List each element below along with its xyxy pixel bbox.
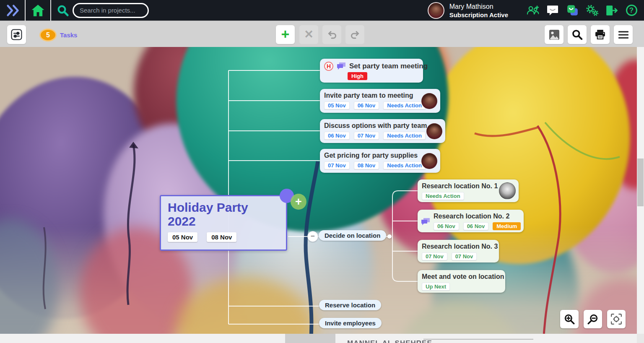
background-image-button[interactable] xyxy=(545,25,564,44)
minus-icon: − xyxy=(311,232,315,241)
messages-button[interactable] xyxy=(546,4,559,17)
task-title: Discuss options with party team xyxy=(324,122,441,130)
help-button[interactable]: ? xyxy=(625,4,638,17)
delete-node-button[interactable]: ✕ xyxy=(299,25,318,44)
person-add-icon xyxy=(526,5,540,16)
map-toolbar: 5 Tasks + ✕ xyxy=(0,21,644,47)
task-node-get-pricing[interactable]: Get pricing for party supplies 07 Nov 08… xyxy=(320,149,440,173)
task-node-research-1[interactable]: Research location No. 1 Needs Action xyxy=(418,179,519,202)
start-date-badge: 05 Nov xyxy=(324,101,350,109)
image-icon xyxy=(549,29,560,40)
end-date-badge: 08 Nov xyxy=(207,232,236,242)
task-title: Get pricing for party supplies xyxy=(324,152,436,159)
zoom-out-icon xyxy=(587,313,599,325)
search-map-button[interactable] xyxy=(568,25,587,44)
question-mark-icon: ? xyxy=(626,5,637,16)
plus-icon: + xyxy=(281,27,290,41)
end-date-badge: 08 Nov xyxy=(354,161,379,169)
user-avatar[interactable] xyxy=(428,2,444,19)
add-child-node-button[interactable]: + xyxy=(291,194,306,210)
vertical-scrollbar[interactable] xyxy=(637,47,644,334)
priority-badge: High xyxy=(348,72,367,80)
double-chevron-right-icon xyxy=(5,4,20,17)
status-badge: Needs Action xyxy=(383,132,426,140)
logout-button[interactable] xyxy=(605,4,618,17)
top-bar-right: Mary Mathison Subscription Active xyxy=(428,2,644,19)
priority-h-icon: H xyxy=(324,62,333,71)
home-button[interactable] xyxy=(26,0,50,21)
task-title: Set party team meeting xyxy=(349,62,428,70)
task-node-invite-employees[interactable]: Invite employees xyxy=(319,318,382,328)
task-node-invite-team[interactable]: Invite party team to meeting 05 Nov 06 N… xyxy=(320,89,440,113)
menu-button[interactable] xyxy=(614,25,633,44)
branch-connector-dot[interactable] xyxy=(387,234,392,239)
print-button[interactable] xyxy=(591,25,610,44)
subscription-status: Subscription Active xyxy=(449,11,508,18)
status-badge: Up Next xyxy=(422,283,450,291)
task-count-badge: 5 xyxy=(39,29,57,42)
task-title: Reserve location xyxy=(325,301,375,309)
search-icon[interactable] xyxy=(57,4,69,17)
gears-icon xyxy=(586,4,599,16)
end-date-badge: 07 Nov xyxy=(354,132,379,140)
task-node-reserve-location[interactable]: Reserve location xyxy=(319,300,381,310)
undo-button[interactable] xyxy=(322,25,341,44)
project-search xyxy=(51,0,149,21)
horizontal-scrollbar[interactable]: MANNEL AL SHEHREE xyxy=(0,334,637,343)
printer-icon xyxy=(595,29,606,40)
sidebar-expand-button[interactable] xyxy=(0,0,25,21)
integrations-icon xyxy=(566,4,579,16)
assignee-avatar xyxy=(499,182,516,199)
assignee-avatar xyxy=(421,153,437,169)
add-user-button[interactable] xyxy=(526,4,540,17)
task-node-research-2[interactable]: Research location No. 2 06 Nov 06 Nov Me… xyxy=(418,210,524,232)
task-node-discuss-options[interactable]: Discuss options with party team 06 Nov 0… xyxy=(320,119,445,143)
comments-icon xyxy=(337,62,346,70)
zoom-out-button[interactable] xyxy=(584,310,602,328)
task-node-decide-location[interactable]: Decide on location xyxy=(319,230,386,241)
root-title: Holiday Party 2022 xyxy=(168,200,279,228)
integrations-button[interactable] xyxy=(566,4,579,17)
task-title: Research location No. 2 xyxy=(434,213,521,220)
end-date-badge: 06 Nov xyxy=(354,101,379,109)
task-title: Invite employees xyxy=(325,320,376,327)
center-map-button[interactable] xyxy=(607,310,626,328)
task-node-research-3[interactable]: Research location No. 3 07 Nov 07 Nov xyxy=(418,240,499,262)
app-window: Mary Mathison Subscription Active xyxy=(0,0,644,343)
filter-button[interactable] xyxy=(7,25,26,44)
status-badge: Needs Action xyxy=(383,161,426,169)
status-badge: Needs Action xyxy=(383,101,426,109)
end-date-badge: 06 Nov xyxy=(463,222,489,230)
start-date-badge: 07 Nov xyxy=(422,252,447,260)
add-node-button[interactable]: + xyxy=(276,25,295,44)
settings-button[interactable] xyxy=(585,4,599,17)
search-input[interactable] xyxy=(73,3,149,18)
account-area[interactable]: Mary Mathison Subscription Active xyxy=(428,2,508,19)
redo-button[interactable] xyxy=(345,25,364,44)
user-info: Mary Mathison Subscription Active xyxy=(449,2,508,18)
collapse-branch-button[interactable]: − xyxy=(307,231,318,242)
horizontal-scrollbar-thumb[interactable] xyxy=(285,334,335,343)
zoom-in-button[interactable] xyxy=(560,310,579,328)
task-title: Meet and vote on location xyxy=(422,273,501,281)
task-node-set-meeting[interactable]: H Set party team meeting High xyxy=(320,59,423,83)
clipped-background-line xyxy=(423,339,533,340)
chat-bubble-icon xyxy=(546,5,559,16)
task-title: Research location No. 3 xyxy=(422,243,495,250)
start-date-badge: 06 Nov xyxy=(324,132,350,140)
tasks-label: Tasks xyxy=(60,31,77,39)
vertical-scrollbar-thumb[interactable] xyxy=(637,159,644,206)
mind-map-canvas[interactable]: H Set party team meeting High Invite par… xyxy=(0,47,644,343)
start-date-badge: 05 Nov xyxy=(168,232,197,242)
plus-icon: + xyxy=(295,195,302,208)
root-node-holiday-party[interactable]: Holiday Party 2022 05 Nov 08 Nov xyxy=(160,195,287,251)
undo-icon xyxy=(327,30,338,39)
task-node-meet-vote[interactable]: Meet and vote on location Up Next xyxy=(418,270,505,293)
center-target-icon xyxy=(610,313,622,325)
assignee-avatar xyxy=(421,93,437,109)
end-date-badge: 07 Nov xyxy=(452,252,477,260)
priority-badge: Medium xyxy=(493,222,521,230)
user-name: Mary Mathison xyxy=(449,2,508,11)
magnifier-icon xyxy=(571,29,583,40)
comments-icon xyxy=(421,218,430,226)
